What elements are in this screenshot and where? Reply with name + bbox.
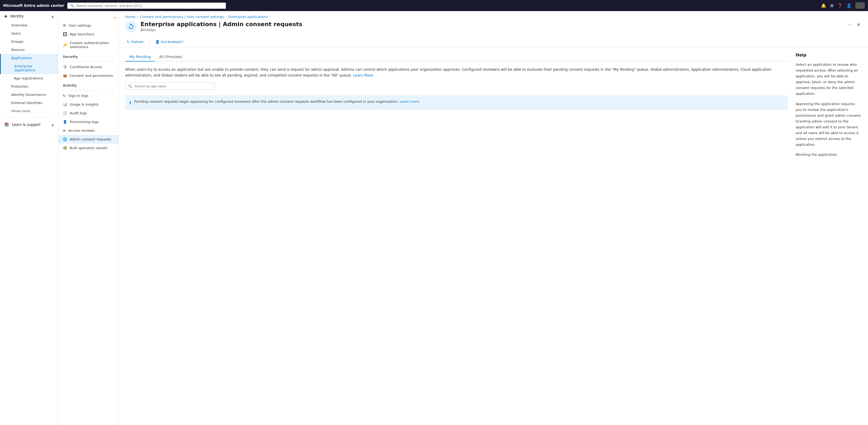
feedback-button[interactable]: 👤 Got feedback? — [154, 39, 185, 45]
toolbar-divider — [149, 39, 150, 44]
info-main-text: Pending consent requests begin appearing… — [134, 100, 398, 103]
bell-icon[interactable]: 🔔 — [821, 3, 826, 8]
breadcrumb-consent[interactable]: Consent and permissions | User consent s… — [140, 15, 224, 19]
sidebar-item-enterprise-apps[interactable]: Enterprise applications — [0, 62, 58, 74]
provisioning-logs-icon: 👤 — [63, 120, 67, 124]
info-text: Pending consent requests begin appearing… — [134, 99, 420, 104]
user-icon[interactable]: 👤 — [846, 3, 851, 8]
sub-sidebar-item-audit-logs[interactable]: 📋 Audit logs — [58, 109, 119, 118]
identity-chevron: ▲ — [52, 15, 54, 18]
activity-divider — [63, 90, 114, 90]
learn-support-label: Learn & support — [12, 123, 41, 127]
topbar-icons: 🔔 ⚙️ ❓ 👤 — [821, 2, 865, 9]
sidebar-item-identity[interactable]: ◆ Identity ▲ — [0, 11, 58, 21]
collapse-button[interactable]: « — [58, 14, 119, 21]
bulk-operation-icon: 🌿 — [63, 146, 67, 150]
custom-auth-icon: 🔑 — [63, 43, 67, 47]
more-button[interactable]: ··· — [847, 21, 854, 29]
search-icon: 🔍 — [70, 4, 74, 8]
groups-label: Groups — [11, 40, 23, 43]
breadcrumb-enterprise-apps[interactable]: Enterprise applications — [228, 15, 268, 19]
identity-governance-label: Identity Governance — [11, 93, 46, 97]
topbar: Microsoft Entra admin center 🔍 🔔 ⚙️ ❓ 👤 — [0, 0, 868, 11]
global-search-input[interactable] — [76, 4, 223, 8]
sidebar-item-app-registrations[interactable]: App registrations — [0, 74, 58, 83]
sidebar-item-overview[interactable]: Overview — [0, 21, 58, 29]
sidebar-item-devices[interactable]: Devices — [0, 46, 58, 54]
sub-sidebar-item-admin-consent-requests[interactable]: 🌐 Admin consent requests — [58, 135, 119, 143]
learn-support-icon: 📚 — [4, 122, 9, 127]
sub-sidebar-item-user-settings[interactable]: ⚙️ User settings — [58, 21, 119, 30]
sidebar-item-groups[interactable]: Groups — [0, 37, 58, 46]
access-reviews-icon: ≡ — [63, 129, 66, 132]
main-content: My Pending All (Preview) When users try … — [119, 47, 868, 425]
sub-sidebar-item-sign-in-logs[interactable]: ↻ Sign-in logs — [58, 91, 119, 100]
help-icon[interactable]: ❓ — [837, 3, 843, 8]
tab-all-preview[interactable]: All (Preview) — [155, 53, 186, 62]
learn-support-chevron: ▲ — [52, 123, 54, 126]
sidebar-item-users[interactable]: Users — [0, 29, 58, 37]
usage-insights-label: Usage & insights — [70, 102, 99, 106]
refresh-button[interactable]: ↻ Refresh — [125, 39, 145, 45]
sub-sidebar-item-bulk-operation-results[interactable]: 🌿 Bulk operation results — [58, 143, 119, 152]
tabs: My Pending All (Preview) — [125, 53, 788, 62]
consent-permissions-icon: 📦 — [63, 74, 67, 77]
info-learn-more-link[interactable]: Learn more. — [399, 100, 420, 103]
devices-label: Devices — [11, 48, 25, 52]
protection-label: Protection — [11, 85, 29, 89]
show-more-label: Show more — [11, 109, 30, 113]
sub-sidebar-item-consent-permissions[interactable]: 📦 Consent and permissions — [58, 71, 119, 80]
page-header-actions: ··· ✕ — [847, 21, 862, 29]
sub-sidebar-item-usage-insights[interactable]: 📊 Usage & insights — [58, 100, 119, 109]
info-icon: ℹ️ — [129, 99, 131, 106]
admin-consent-icon: 🌐 — [63, 137, 67, 141]
sidebar-item-applications[interactable]: Applications — [0, 54, 58, 62]
page-header: Enterprise applications | Admin consent … — [119, 21, 868, 37]
sidebar-item-protection[interactable]: Protection — [0, 83, 58, 91]
breadcrumb: Home › Consent and permissions | User co… — [119, 11, 868, 21]
help-title: Help — [796, 53, 862, 58]
activity-section-label: Activity — [58, 80, 119, 89]
breadcrumb-home[interactable]: Home — [125, 15, 135, 19]
settings-icon[interactable]: ⚙️ — [830, 3, 834, 8]
description-text: When users try to access an application … — [125, 67, 788, 78]
access-reviews-label: Access reviews — [68, 129, 94, 132]
sidebar-item-show-more[interactable]: Show more — [0, 107, 58, 115]
usage-insights-icon: 📊 — [63, 102, 67, 106]
help-text-2: Approving the application requires you t… — [796, 101, 862, 148]
breadcrumb-sep-1: › — [137, 15, 138, 19]
sign-in-logs-label: Sign-in logs — [68, 94, 89, 98]
sidebar-item-identity-governance[interactable]: Identity Governance — [0, 91, 58, 99]
avatar-placeholder — [855, 2, 865, 9]
identity-icon: ◆ — [4, 14, 7, 19]
description-main-text: When users try to access an application … — [125, 67, 771, 77]
page-header-title-area: Enterprise applications | Admin consent … — [141, 21, 843, 32]
close-button[interactable]: ✕ — [856, 21, 862, 29]
security-section-label: Security — [58, 51, 119, 60]
conditional-access-label: Conditional Access — [70, 65, 102, 69]
sidebar-item-external-identities[interactable]: External Identities — [0, 99, 58, 107]
app-title: Microsoft Entra admin center — [3, 3, 64, 8]
app-registrations-label: App registrations — [14, 76, 43, 80]
learn-more-link[interactable]: Learn More. — [353, 73, 374, 77]
search-container[interactable]: 🔍 — [67, 3, 226, 9]
security-divider — [63, 61, 114, 62]
breadcrumb-sep-2: › — [225, 15, 227, 19]
sub-sidebar-item-custom-auth[interactable]: 🔑 Custom authentication extensions — [58, 38, 119, 51]
sub-sidebar-item-conditional-access[interactable]: 🛡️ Conditional Access — [58, 63, 119, 71]
consent-permissions-label: Consent and permissions — [70, 74, 113, 77]
external-identities-label: External Identities — [11, 101, 42, 105]
help-panel: Help Select an application to review who… — [788, 53, 862, 420]
sub-sidebar-item-access-reviews[interactable]: ≡ Access reviews — [58, 126, 119, 135]
overview-label: Overview — [11, 23, 27, 27]
sidebar-item-learn-support[interactable]: 📚 Learn & support ▲ — [0, 120, 58, 130]
tab-my-pending[interactable]: My Pending — [125, 53, 155, 62]
page-title: Enterprise applications | Admin consent … — [141, 21, 843, 28]
app-search-input[interactable] — [134, 84, 212, 88]
sub-sidebar-item-app-launchers[interactable]: 🔲 App launchers — [58, 30, 119, 38]
user-settings-label: User settings — [69, 24, 91, 28]
help-text-1: Select an application to review who requ… — [796, 62, 862, 97]
collapse-icon: « — [114, 15, 116, 20]
sub-sidebar-item-provisioning-logs[interactable]: 👤 Provisioning logs — [58, 118, 119, 126]
user-settings-icon: ⚙️ — [63, 24, 66, 28]
